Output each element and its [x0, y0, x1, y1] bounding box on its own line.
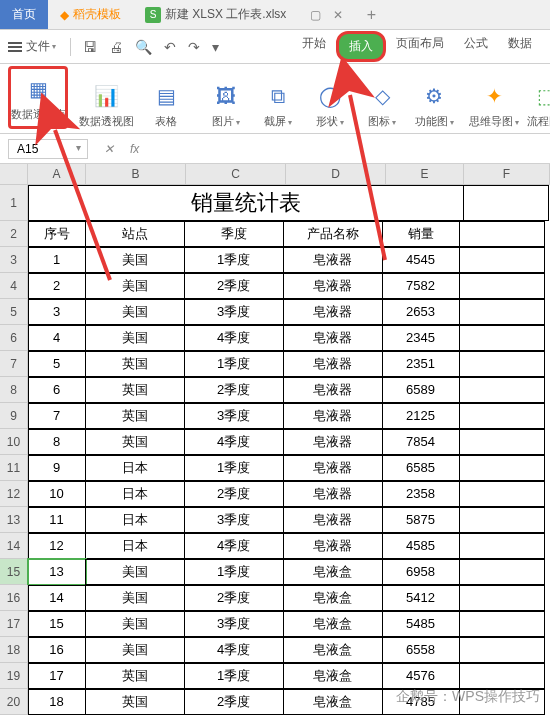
cell[interactable]: 2653 — [382, 299, 460, 325]
row-header[interactable]: 10 — [0, 429, 28, 455]
cell[interactable]: 皂液盒 — [283, 611, 383, 637]
cell[interactable] — [459, 325, 545, 351]
cell[interactable]: 11 — [28, 507, 86, 533]
add-tab-button[interactable]: + — [367, 6, 376, 24]
cell[interactable] — [459, 637, 545, 663]
cell[interactable]: 皂液盒 — [283, 585, 383, 611]
cell[interactable] — [463, 185, 549, 221]
cell[interactable] — [459, 429, 545, 455]
cell[interactable]: 皂液器 — [283, 325, 383, 351]
cell[interactable]: 2季度 — [184, 585, 284, 611]
header-cell[interactable]: 销量 — [382, 221, 460, 247]
row-header[interactable]: 14 — [0, 533, 28, 559]
cell[interactable] — [459, 299, 545, 325]
cell[interactable]: 皂液器 — [283, 247, 383, 273]
cell[interactable]: 皂液器 — [283, 455, 383, 481]
cell[interactable]: 1季度 — [184, 247, 284, 273]
cell[interactable]: 美国 — [85, 637, 185, 663]
row-header[interactable]: 9 — [0, 403, 28, 429]
cell[interactable] — [459, 221, 545, 247]
cell[interactable] — [459, 377, 545, 403]
title-cell[interactable]: 销量统计表 — [28, 185, 464, 221]
cell[interactable] — [459, 585, 545, 611]
cell[interactable]: 3季度 — [184, 299, 284, 325]
icon-button[interactable]: ◇ 图标▾ — [360, 80, 404, 129]
ribbon-tab-start[interactable]: 开始 — [292, 31, 336, 62]
cell[interactable] — [459, 403, 545, 429]
cell[interactable]: 13 — [28, 559, 86, 585]
cell[interactable]: 10 — [28, 481, 86, 507]
cell[interactable]: 9 — [28, 455, 86, 481]
cell[interactable]: 英国 — [85, 403, 185, 429]
cell[interactable]: 6958 — [382, 559, 460, 585]
cell[interactable]: 4 — [28, 325, 86, 351]
cell[interactable]: 皂液盒 — [283, 637, 383, 663]
print-icon[interactable]: 🖨 — [109, 39, 123, 55]
cell[interactable]: 18 — [28, 689, 86, 715]
close-tab-icon[interactable]: ✕ — [333, 8, 343, 22]
file-menu-button[interactable]: 文件▾ — [8, 38, 56, 55]
cell[interactable]: 6558 — [382, 637, 460, 663]
col-header-C[interactable]: C — [186, 164, 286, 184]
cell[interactable]: 皂液器 — [283, 299, 383, 325]
row-header[interactable]: 18 — [0, 637, 28, 663]
cell[interactable]: 英国 — [85, 663, 185, 689]
row-header[interactable]: 11 — [0, 455, 28, 481]
cell[interactable] — [459, 663, 545, 689]
col-header-D[interactable]: D — [286, 164, 386, 184]
cell[interactable]: 英国 — [85, 429, 185, 455]
cell[interactable] — [459, 559, 545, 585]
cell[interactable]: 3季度 — [184, 611, 284, 637]
cell[interactable] — [459, 611, 545, 637]
col-header-E[interactable]: E — [386, 164, 464, 184]
cell[interactable]: 5875 — [382, 507, 460, 533]
cell[interactable]: 5412 — [382, 585, 460, 611]
cell[interactable]: 日本 — [85, 533, 185, 559]
cell[interactable]: 皂液盒 — [283, 663, 383, 689]
cell[interactable]: 美国 — [85, 325, 185, 351]
header-cell[interactable]: 产品名称 — [283, 221, 383, 247]
row-header[interactable]: 17 — [0, 611, 28, 637]
cell[interactable]: 2季度 — [184, 273, 284, 299]
row-header[interactable]: 2 — [0, 221, 28, 247]
cell[interactable]: 3季度 — [184, 403, 284, 429]
row-header[interactable]: 6 — [0, 325, 28, 351]
pivot-table-button[interactable]: ▦ 数据透视表 — [8, 66, 68, 129]
row-header[interactable]: 12 — [0, 481, 28, 507]
cell[interactable]: 4季度 — [184, 533, 284, 559]
col-header-F[interactable]: F — [464, 164, 550, 184]
cell[interactable]: 英国 — [85, 689, 185, 715]
cell[interactable]: 2125 — [382, 403, 460, 429]
cell[interactable]: 皂液器 — [283, 403, 383, 429]
ribbon-tab-formula[interactable]: 公式 — [454, 31, 498, 62]
cell[interactable]: 日本 — [85, 481, 185, 507]
cell[interactable]: 3季度 — [184, 507, 284, 533]
table-button[interactable]: ▤ 表格 — [144, 80, 188, 129]
row-header[interactable]: 16 — [0, 585, 28, 611]
cell[interactable]: 8 — [28, 429, 86, 455]
row-header[interactable]: 13 — [0, 507, 28, 533]
cell[interactable]: 7582 — [382, 273, 460, 299]
cell[interactable]: 1季度 — [184, 455, 284, 481]
cell[interactable]: 5485 — [382, 611, 460, 637]
row-header[interactable]: 20 — [0, 689, 28, 715]
cell[interactable]: 皂液器 — [283, 507, 383, 533]
cell[interactable]: 皂液器 — [283, 273, 383, 299]
cell[interactable]: 4576 — [382, 663, 460, 689]
cell[interactable]: 1季度 — [184, 351, 284, 377]
save-icon[interactable]: 🖫 — [83, 39, 97, 55]
redo-icon[interactable]: ↷ — [188, 39, 200, 55]
cell[interactable]: 英国 — [85, 377, 185, 403]
pivot-chart-button[interactable]: 📊 数据透视图 — [76, 80, 136, 129]
cell[interactable]: 6 — [28, 377, 86, 403]
cell[interactable]: 2 — [28, 273, 86, 299]
row-header[interactable]: 8 — [0, 377, 28, 403]
row-header[interactable]: 3 — [0, 247, 28, 273]
cell[interactable]: 5 — [28, 351, 86, 377]
cell[interactable]: 3 — [28, 299, 86, 325]
select-all-corner[interactable] — [0, 164, 28, 184]
cell[interactable]: 皂液器 — [283, 377, 383, 403]
cell[interactable]: 皂液器 — [283, 351, 383, 377]
cell[interactable]: 美国 — [85, 611, 185, 637]
cell[interactable]: 4季度 — [184, 637, 284, 663]
